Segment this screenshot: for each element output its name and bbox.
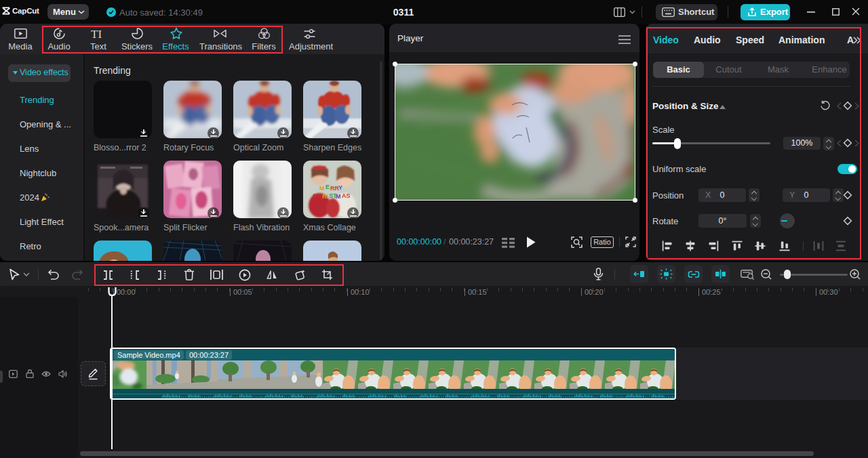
svg-text:E: E	[326, 184, 330, 190]
svg-text:M: M	[336, 193, 341, 200]
svg-text:CH: CH	[313, 192, 321, 199]
svg-text:RI: RI	[322, 193, 328, 200]
svg-text:AS: AS	[342, 192, 351, 199]
svg-text:M: M	[319, 185, 325, 192]
svg-text:Y: Y	[338, 184, 342, 191]
